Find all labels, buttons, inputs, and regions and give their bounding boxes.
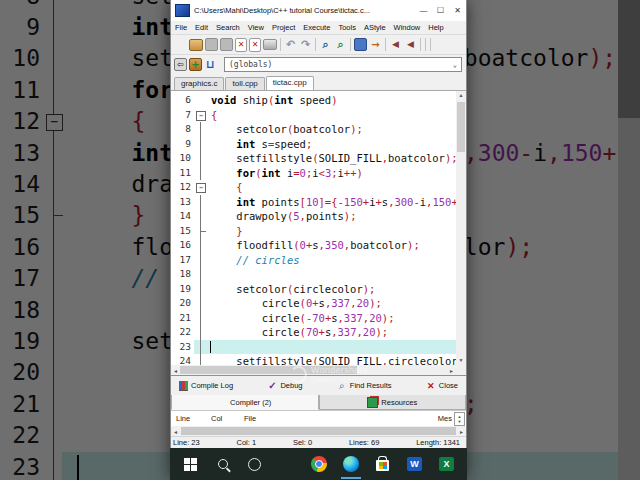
code-text[interactable]: setcolor(boatcolor); xyxy=(207,122,456,137)
code-line[interactable]: 12− { xyxy=(171,180,456,195)
code-line[interactable]: 22 circle(70+s,337,20); xyxy=(171,325,456,340)
code-line[interactable]: 10 setfillstyle(SOLID_FILL,boatcolor); xyxy=(171,151,456,166)
menu-tools[interactable]: Tools xyxy=(334,23,360,32)
menu-window[interactable]: Window xyxy=(390,23,425,32)
column-header-line[interactable]: Line xyxy=(171,414,206,423)
code-text[interactable]: circle(70+s,337,20); xyxy=(207,325,456,340)
code-text[interactable] xyxy=(207,340,456,355)
code-line[interactable]: 17 // circles xyxy=(171,253,456,268)
print-icon[interactable] xyxy=(263,39,277,50)
code-text[interactable]: floodfill(0+s,350,boatcolor); xyxy=(207,238,456,253)
fold-margin[interactable] xyxy=(194,340,207,355)
code-text[interactable]: circle(0+s,337,20); xyxy=(207,296,456,311)
bottom-tab-find-results[interactable]: ⌕Find Results xyxy=(337,381,392,391)
fold-margin[interactable] xyxy=(194,166,207,181)
minimize-button[interactable]: — xyxy=(415,0,432,21)
fold-margin[interactable] xyxy=(194,354,207,365)
code-line[interactable]: 20 circle(0+s,337,20); xyxy=(171,296,456,311)
column-header-mes[interactable]: Mes xyxy=(434,414,452,423)
code-text[interactable]: void ship(int speed) xyxy=(207,93,456,108)
taskbar-edge-button[interactable] xyxy=(342,455,360,473)
find-icon[interactable]: ⌕ xyxy=(319,38,332,51)
close-file-icon[interactable]: ✕ xyxy=(235,38,247,52)
tab-graphics-c[interactable]: graphics.c xyxy=(174,77,224,90)
code-line[interactable]: 9 int s=speed; xyxy=(171,137,456,152)
panel-horizontal-scrollbar[interactable]: ◂ ▸ xyxy=(171,426,466,436)
scroll-left-icon[interactable]: ◂ xyxy=(171,367,180,374)
code-text[interactable]: int s=speed; xyxy=(207,137,456,152)
code-line[interactable]: 13 int points[10]={-150+i+s,300-i,150+ xyxy=(171,195,456,210)
taskbar-excel-button[interactable]: X xyxy=(438,455,456,473)
code-text[interactable]: for(int i=0;i<3;i++) xyxy=(207,166,456,181)
menu-execute[interactable]: Execute xyxy=(299,23,334,32)
scroll-up-icon[interactable]: ▲ xyxy=(456,91,466,100)
fold-box-icon[interactable]: − xyxy=(196,111,206,121)
taskbar-task-view-button[interactable] xyxy=(278,455,296,473)
code-text[interactable]: setcolor(circlecolor); xyxy=(207,282,456,297)
code-text[interactable]: setfillstyle(SOLID_FILL,circlecolor); xyxy=(207,354,456,365)
save-all-icon[interactable] xyxy=(220,38,233,51)
redo-icon[interactable]: ↷ xyxy=(299,38,312,51)
close-all-icon[interactable]: ✕ xyxy=(249,38,261,52)
fold-margin[interactable] xyxy=(194,122,207,137)
bottom-tab-debug[interactable]: ✓Debug xyxy=(267,381,302,391)
forward-icon[interactable]: ◀ xyxy=(404,38,417,51)
bottom-tab-close-tab[interactable]: ✕Close xyxy=(426,381,458,391)
vertical-scroll-thumb[interactable] xyxy=(457,102,465,152)
scroll-right-icon[interactable]: ▸ xyxy=(447,367,456,374)
fold-margin[interactable] xyxy=(194,195,207,210)
undo-icon[interactable]: ↶ xyxy=(284,38,297,51)
code-text[interactable]: setfillstyle(SOLID_FILL,boatcolor); xyxy=(207,151,456,166)
fold-margin[interactable] xyxy=(194,209,207,224)
editor-vertical-scrollbar[interactable]: ▲ ▼ xyxy=(456,91,466,365)
code-text[interactable] xyxy=(207,267,456,282)
fold-margin[interactable] xyxy=(194,137,207,152)
back-icon[interactable]: ◀ xyxy=(389,38,402,51)
code-text[interactable]: { xyxy=(207,108,456,123)
fold-margin[interactable] xyxy=(194,325,207,340)
code-line[interactable]: 23 xyxy=(171,340,456,355)
column-header-file[interactable]: File xyxy=(239,414,434,423)
menu-astyle[interactable]: AStyle xyxy=(360,23,390,32)
code-line[interactable]: 24 setfillstyle(SOLID_FILL,circlecolor); xyxy=(171,354,456,365)
fold-margin[interactable] xyxy=(194,267,207,282)
save-icon[interactable] xyxy=(205,38,218,51)
menu-project[interactable]: Project xyxy=(268,23,299,32)
code-text[interactable]: drawpoly(5,points); xyxy=(207,209,456,224)
taskbar-word-button[interactable]: W xyxy=(406,455,424,473)
title-bar[interactable]: C:\Users\Mahi\Desktop\C++ tutorial Cours… xyxy=(171,0,466,21)
panel-scroll-left-icon[interactable]: ◂ xyxy=(171,428,180,435)
fold-box-icon[interactable]: − xyxy=(196,183,206,193)
code-line[interactable]: 6void ship(int speed) xyxy=(171,93,456,108)
tab-toll-cpp[interactable]: toll.cpp xyxy=(225,77,264,90)
header-spinner[interactable]: ▲▼ xyxy=(454,412,465,426)
fold-margin[interactable] xyxy=(194,296,207,311)
tab-tictac-cpp[interactable]: tictac.cpp xyxy=(266,76,314,90)
fold-margin[interactable] xyxy=(194,151,207,166)
find-in-files-icon[interactable] xyxy=(354,38,367,51)
taskbar-store-button[interactable] xyxy=(374,455,392,473)
code-line[interactable]: 21 circle(-70+s,337,20); xyxy=(171,311,456,326)
fold-margin[interactable] xyxy=(194,311,207,326)
code-line[interactable]: 19 setcolor(circlecolor); xyxy=(171,282,456,297)
taskbar-cortana-button[interactable] xyxy=(246,455,264,473)
menu-help[interactable]: Help xyxy=(424,23,447,32)
code-line[interactable]: 16 floodfill(0+s,350,boatcolor); xyxy=(171,238,456,253)
menu-view[interactable]: View xyxy=(244,23,268,32)
globals-combobox[interactable]: (globals) ⌄ xyxy=(224,57,462,72)
taskbar-chrome-button[interactable] xyxy=(310,455,328,473)
editor-horizontal-scrollbar[interactable]: ◂ ▸ xyxy=(171,365,456,375)
panel-scroll-thumb[interactable] xyxy=(181,427,456,435)
bottom-tab-resources[interactable]: Resources xyxy=(319,395,467,410)
bottom-tab-compile-log[interactable]: Compile Log xyxy=(179,381,233,391)
taskbar-search-button[interactable] xyxy=(214,455,232,473)
fold-margin[interactable]: − xyxy=(194,108,207,123)
code-text[interactable]: } xyxy=(207,224,456,239)
code-line[interactable]: 14 drawpoly(5,points); xyxy=(171,209,456,224)
fold-margin[interactable] xyxy=(194,93,207,108)
scroll-down-icon[interactable]: ▼ xyxy=(456,356,466,365)
goto-line-icon[interactable]: → xyxy=(369,38,382,51)
close-button[interactable]: ✕ xyxy=(449,0,466,21)
menu-file[interactable]: File xyxy=(171,23,191,32)
horizontal-scroll-thumb[interactable] xyxy=(180,366,357,374)
